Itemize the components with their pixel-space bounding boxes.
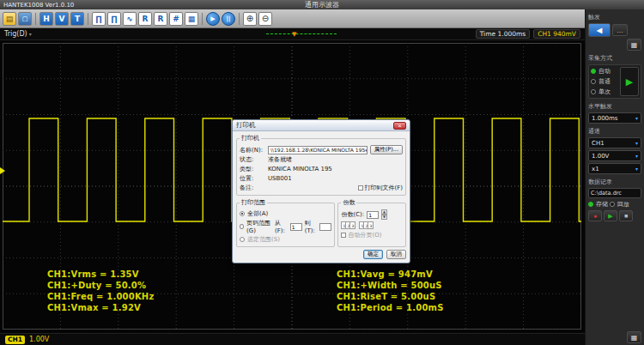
auto-set-icon[interactable]: ∏ bbox=[107, 12, 121, 26]
control-sidebar: 触发 ◀ … ▦ 采集方式 自动 普通 bbox=[585, 9, 644, 345]
acquisition-section-label: 采集方式 bbox=[588, 54, 641, 63]
trigger-button[interactable]: T bbox=[70, 12, 84, 26]
printer-group-legend: 打印机 bbox=[240, 134, 261, 142]
acq-radio-single[interactable]: 单次 bbox=[591, 88, 618, 96]
stop-icon[interactable]: ■ bbox=[619, 210, 633, 221]
measurement: CH1:Vmax = 1.92V bbox=[47, 302, 154, 313]
print-to-file-checkbox[interactable]: 打印到文件(F) bbox=[358, 184, 404, 192]
timebase-readout: Time 1.000ms bbox=[476, 29, 530, 39]
run-play-icon[interactable]: ▶ bbox=[620, 67, 639, 96]
grid-menu-icon[interactable]: ▦ bbox=[627, 39, 641, 51]
page-icon: 3 bbox=[368, 221, 374, 229]
toolbar: ▤ ▢ H V T ∏ ∏ ∿ R R # ▦ ▶ || ⊕ ⊖ bbox=[0, 9, 585, 28]
radio-dot-icon bbox=[591, 69, 596, 74]
range-selection-radio[interactable]: 选定范围(S) bbox=[240, 235, 331, 244]
vertical-button[interactable]: V bbox=[55, 12, 69, 26]
chevron-down-icon: ▾ bbox=[635, 115, 638, 121]
channel1-level-marker[interactable] bbox=[0, 167, 5, 174]
toolbar-separator bbox=[239, 13, 240, 25]
copies-input[interactable] bbox=[367, 211, 379, 219]
acq-radio-auto[interactable]: 自动 bbox=[591, 67, 618, 76]
range-selection-label: 选定范围(S) bbox=[247, 235, 280, 244]
close-icon[interactable]: × bbox=[393, 122, 406, 130]
collate-label: 自动分页(O) bbox=[348, 231, 381, 239]
timebase-select[interactable]: 1.000ms ▾ bbox=[588, 112, 641, 124]
from-input[interactable] bbox=[290, 223, 302, 231]
volt-scale-value: 1.00V bbox=[592, 153, 609, 160]
toolbar-separator bbox=[202, 13, 203, 25]
page-stack: 1 2 3 bbox=[359, 221, 374, 229]
to-input[interactable] bbox=[319, 223, 331, 231]
printer-group: 打印机 名称(N): \\192.168.1.28\KONICA MINOLTA… bbox=[236, 134, 406, 196]
volt-scale-select[interactable]: 1.00V ▾ bbox=[588, 150, 641, 161]
back-arrow-icon[interactable]: ◀ bbox=[588, 23, 611, 37]
replay-r-icon[interactable]: R bbox=[154, 12, 167, 26]
timebase-value: 1.000ms bbox=[592, 115, 618, 122]
run-icon[interactable]: ▶ bbox=[206, 12, 220, 26]
ok-button[interactable]: 确定 bbox=[363, 250, 383, 259]
channel1-badge[interactable]: CH1 bbox=[5, 336, 25, 344]
record-icon[interactable]: ● bbox=[588, 210, 602, 221]
acq-radio-normal[interactable]: 普通 bbox=[591, 77, 618, 86]
sidebar-spacer bbox=[588, 223, 641, 330]
trig-label[interactable]: Trig(D) bbox=[4, 30, 27, 38]
measurement: CH1:Vavg = 947mV bbox=[337, 269, 444, 280]
horizontal-section-label: 水平触发 bbox=[588, 102, 641, 111]
record-r-icon[interactable]: R bbox=[138, 12, 152, 26]
comment-label: 备注: bbox=[240, 184, 265, 192]
grid-display-icon[interactable]: ▦ bbox=[185, 12, 198, 26]
play-icon[interactable]: ▶ bbox=[604, 210, 617, 221]
save-file-icon[interactable]: ▢ bbox=[18, 12, 32, 26]
chevron-down-icon: ▾ bbox=[635, 166, 638, 172]
replay-label: 回放 bbox=[617, 200, 629, 209]
radio-dot-icon bbox=[240, 211, 245, 216]
range-group-legend: 打印范围 bbox=[240, 198, 267, 207]
where-value: USB001 bbox=[268, 175, 292, 182]
zoom-in-icon[interactable]: ⊕ bbox=[243, 12, 257, 26]
range-all-label: 全部(A) bbox=[247, 209, 268, 218]
properties-button[interactable]: 属性(P)... bbox=[370, 145, 403, 154]
radio-dot-icon bbox=[240, 237, 245, 242]
copies-group-legend: 份数 bbox=[341, 198, 356, 207]
copies-group: 份数 份数(C): ▲▼ 1 2 3 1 bbox=[337, 198, 406, 247]
cancel-button[interactable]: 取消 bbox=[386, 250, 406, 259]
store-radio[interactable]: 存储 bbox=[588, 200, 608, 209]
measure-icon[interactable]: # bbox=[169, 12, 183, 26]
status-label: 状态: bbox=[240, 155, 265, 164]
radio-dot-icon bbox=[610, 202, 615, 207]
measurements-left: CH1:Vrms = 1.35V CH1:+Duty = 50.0% CH1:F… bbox=[47, 269, 154, 313]
trigger-level-readout: CH1 940mV bbox=[533, 29, 580, 39]
probe-select[interactable]: x1 ▾ bbox=[588, 163, 641, 174]
collate-preview: 1 2 3 1 2 3 bbox=[341, 221, 403, 229]
replay-radio[interactable]: 回放 bbox=[610, 200, 629, 209]
copies-label: 份数(C): bbox=[341, 210, 364, 219]
chevron-down-icon: ▾ bbox=[635, 140, 638, 146]
settings-grid-icon[interactable]: ▦ bbox=[627, 331, 641, 343]
acquisition-panel: 自动 普通 单次 ▶ bbox=[588, 64, 641, 99]
pause-icon[interactable]: || bbox=[222, 12, 235, 26]
copies-stepper[interactable]: ▲▼ bbox=[381, 209, 387, 220]
channel-section-label: 通道 bbox=[588, 127, 641, 136]
dialog-title: 打印机 bbox=[236, 121, 256, 130]
acq-option-label: 单次 bbox=[598, 88, 611, 96]
range-all-radio[interactable]: 全部(A) bbox=[240, 209, 331, 218]
open-file-icon[interactable]: ▤ bbox=[3, 12, 16, 26]
record-path-input[interactable] bbox=[588, 188, 641, 198]
waveform-window-indicator[interactable] bbox=[266, 33, 337, 34]
horizontal-button[interactable]: H bbox=[39, 12, 53, 26]
range-pages-radio[interactable]: 页码范围(G) 从(F): 到(T): bbox=[240, 219, 331, 234]
collate-checkbox[interactable]: 自动分页(O) bbox=[341, 231, 403, 239]
spin-down-icon[interactable]: ▼ bbox=[381, 215, 387, 220]
more-options-icon[interactable]: … bbox=[612, 24, 628, 36]
square-wave-icon[interactable]: ∏ bbox=[92, 12, 106, 26]
titlebar: HANTEK1008 Ver1.0.10 通用示波器 bbox=[0, 0, 644, 9]
channel-select[interactable]: CH1 ▾ bbox=[588, 137, 641, 148]
trigger-position-marker[interactable]: ▼ bbox=[292, 31, 296, 38]
dialog-titlebar[interactable]: 打印机 × bbox=[233, 120, 410, 131]
measurement: CH1:+Duty = 50.0% bbox=[47, 280, 154, 291]
sine-wave-icon[interactable]: ∿ bbox=[123, 12, 137, 26]
zoom-out-icon[interactable]: ⊖ bbox=[258, 12, 272, 26]
type-label: 类型: bbox=[240, 165, 265, 173]
measurement: CH1:Freq = 1.000KHz bbox=[47, 291, 154, 302]
printer-name-select[interactable]: \\192.168.1.28\KONICA MINOLTA 195 ▾ bbox=[268, 146, 368, 154]
